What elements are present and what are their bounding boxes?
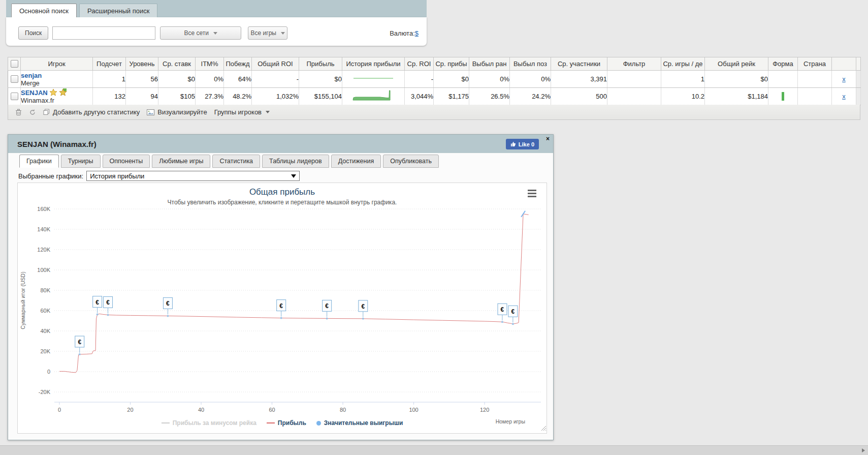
column-header-12[interactable]: Выбыл поз: [510, 57, 551, 71]
svg-text:60: 60: [269, 407, 275, 413]
refresh-button[interactable]: [29, 109, 36, 116]
player-tab-2[interactable]: Оппоненты: [103, 155, 150, 168]
svg-text:0: 0: [47, 369, 50, 375]
player-tab-6[interactable]: Достижения: [331, 155, 381, 168]
player-groups-label: Группы игроков: [214, 108, 262, 116]
legend-item-profit[interactable]: Прибыль: [267, 419, 306, 427]
player-tab-3[interactable]: Любимые игры: [152, 155, 210, 168]
cell-avg_roi: -: [405, 71, 434, 88]
player-link[interactable]: senjan: [21, 72, 42, 79]
player-tab-5[interactable]: Таблицы лидеров: [262, 155, 329, 168]
cell-profit: $155,104: [299, 88, 342, 105]
legend-label: Значительные выигрыши: [324, 419, 403, 427]
delete-button[interactable]: [15, 109, 22, 116]
column-header-7[interactable]: Прибыль: [299, 57, 342, 71]
column-header-11[interactable]: Выбыл ран: [469, 57, 510, 71]
legend-dash-icon: [162, 422, 170, 423]
svg-text:€: €: [279, 302, 283, 310]
remove-cell: x: [832, 71, 856, 88]
search-tab-0[interactable]: Основной поиск: [11, 4, 77, 17]
chevron-down-icon: [281, 32, 285, 35]
add-stat-button[interactable]: Добавить другую статистику: [43, 108, 140, 116]
player-tab-7[interactable]: Опубликовать: [383, 155, 439, 168]
scroll-right-button[interactable]: [858, 446, 868, 455]
column-header-17[interactable]: Форма: [768, 57, 798, 71]
svg-text:20: 20: [127, 407, 133, 413]
currency-link[interactable]: $: [415, 29, 419, 37]
select-all-checkbox[interactable]: [11, 60, 18, 68]
column-header-16[interactable]: Общий рейк: [705, 57, 768, 71]
column-header-13[interactable]: Ср. участники: [551, 57, 607, 71]
close-icon[interactable]: ×: [546, 135, 550, 142]
row-checkbox[interactable]: [11, 75, 18, 83]
legend-item-net-profit[interactable]: Прибыль за минусом рейка: [162, 419, 256, 427]
graph-select-label: Выбранные графики:: [18, 172, 83, 180]
svg-text:€: €: [511, 308, 515, 315]
player-link[interactable]: SENJAN: [21, 89, 48, 97]
cell-out_early: 0%: [469, 71, 510, 88]
search-tab-1[interactable]: Расширенный поиск: [79, 4, 157, 17]
graph-select-row: Выбранные графики: История прибыли: [18, 171, 300, 181]
column-header-14[interactable]: Фильтр: [607, 57, 661, 71]
cell-avg_profit: $0: [434, 71, 469, 88]
column-header-1[interactable]: Подсчет: [93, 57, 126, 71]
legend-label: Прибыль: [278, 419, 306, 427]
player-badges: [48, 89, 67, 97]
search-button[interactable]: Поиск: [18, 26, 48, 40]
graph-select[interactable]: История прибыли: [86, 171, 300, 181]
column-header-2[interactable]: Уровень: [126, 57, 158, 71]
form-cell: [768, 71, 798, 88]
visualize-button[interactable]: Визуализируйте: [147, 108, 207, 116]
horizontal-scrollbar[interactable]: [0, 445, 868, 455]
svg-text:€: €: [78, 339, 81, 346]
column-header-5[interactable]: Побежд: [224, 57, 252, 71]
resize-handle[interactable]: [540, 423, 546, 433]
player-tab-4[interactable]: Статистика: [212, 155, 260, 168]
column-header-18[interactable]: Страна: [798, 57, 832, 71]
column-header-6[interactable]: Общий ROI: [252, 57, 299, 71]
cell-games_per_day: 1: [661, 71, 705, 88]
remove-link[interactable]: x: [842, 75, 846, 83]
legend-item-big-wins[interactable]: Значительные выигрыши: [316, 419, 403, 427]
svg-text:-20K: -20K: [39, 389, 51, 395]
currency-setting: Валюта:$: [390, 29, 419, 37]
player-tab-0[interactable]: Графики: [19, 155, 59, 168]
chart-menu-icon[interactable]: [528, 190, 536, 199]
profit-history-sparkline: [350, 89, 396, 102]
form-cell: [768, 88, 798, 105]
cell-level: 56: [126, 71, 158, 88]
form-bar: [782, 92, 784, 101]
column-header-10[interactable]: Ср. прибы: [434, 57, 469, 71]
profit-history-sparkline: [350, 72, 396, 85]
column-header-3[interactable]: Ср. ставк: [158, 57, 196, 71]
search-input[interactable]: [52, 26, 155, 40]
networks-select[interactable]: Все сети: [160, 26, 241, 40]
remove-link[interactable]: x: [842, 93, 846, 100]
games-select[interactable]: Все игры: [248, 26, 287, 40]
svg-text:100: 100: [409, 407, 418, 413]
player-panel-header: SENJAN (Winamax.fr): [8, 135, 553, 153]
row-strip-cell: [856, 71, 861, 88]
svg-text:160K: 160K: [37, 206, 50, 212]
player-tab-1[interactable]: Турниры: [61, 155, 101, 168]
trash-icon: [15, 109, 22, 116]
cell-profit: $0: [299, 71, 342, 88]
header-row: ИгрокПодсчетУровеньСр. ставкITM%ПобеждОб…: [8, 57, 861, 71]
column-header-0[interactable]: Игрок: [21, 57, 93, 71]
svg-text:€: €: [501, 306, 504, 313]
svg-text:€: €: [166, 300, 170, 307]
player-groups-dropdown[interactable]: Группы игроков: [214, 108, 270, 116]
column-header-15[interactable]: Ср. игры / де: [661, 57, 705, 71]
column-header-9[interactable]: Ср. ROI: [405, 57, 434, 71]
chart-legend: Прибыль за минусом рейка Прибыль Значите…: [18, 419, 546, 427]
player-network: Winamax.fr: [21, 97, 54, 104]
column-header-19[interactable]: [832, 57, 856, 71]
player-cell: SENJANWinamax.fr: [21, 88, 93, 105]
table-row: senjanMerge156$00%64%-$0-$00%0%3,3911$0x: [8, 71, 861, 88]
column-header-8[interactable]: История прибыли: [342, 57, 405, 71]
refresh-icon: [29, 109, 36, 116]
column-header-4[interactable]: ITM%: [196, 57, 224, 71]
row-checkbox[interactable]: [11, 93, 18, 100]
facebook-like-button[interactable]: Like 0: [506, 139, 539, 149]
profit-chart-svg[interactable]: -20K020K40K60K80K100K120K140K160K0204060…: [18, 183, 546, 433]
